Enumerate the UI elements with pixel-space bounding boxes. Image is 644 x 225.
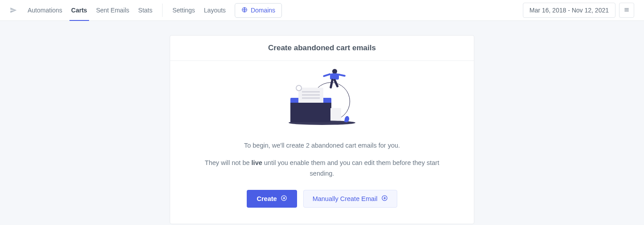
manually-create-label: Manually Create Email <box>313 195 378 202</box>
menu-button[interactable] <box>619 3 634 18</box>
nav-sent-emails[interactable]: Sent Emails <box>92 0 134 20</box>
content-area: Create abandoned cart emails <box>0 21 644 225</box>
description-line-1: To begin, we'll create 2 abandoned cart … <box>192 140 452 151</box>
topbar-left: Automations Carts Sent Emails Stats Sett… <box>10 0 282 20</box>
empty-state-illustration <box>284 70 360 128</box>
nav-layouts[interactable]: Layouts <box>200 0 230 20</box>
card-title: Create abandoned cart emails <box>179 44 465 52</box>
nav-stats[interactable]: Stats <box>134 0 157 20</box>
nav-primary: Automations Carts Sent Emails Stats Sett… <box>10 0 282 20</box>
topbar: Automations Carts Sent Emails Stats Sett… <box>0 0 644 21</box>
nav-automations[interactable]: Automations <box>23 0 67 20</box>
date-range-picker[interactable]: Mar 16, 2018 - Nov 12, 2021 <box>523 3 615 18</box>
domains-label: Domains <box>251 7 275 14</box>
nav-settings[interactable]: Settings <box>168 0 200 20</box>
arrow-right-circle-icon <box>381 195 388 203</box>
arrow-right-circle-icon <box>281 195 287 203</box>
manually-create-button[interactable]: Manually Create Email <box>303 190 397 208</box>
description-line-2: They will not be live until you enable t… <box>192 157 452 179</box>
desc2-pre: They will not be <box>205 159 252 166</box>
globe-icon <box>241 7 248 14</box>
create-button-label: Create <box>257 195 277 202</box>
create-button[interactable]: Create <box>247 190 297 208</box>
create-emails-card: Create abandoned cart emails <box>170 35 474 224</box>
paper-plane-icon <box>10 7 17 14</box>
nav-divider <box>162 4 163 17</box>
card-body: To begin, we'll create 2 abandoned cart … <box>170 61 474 224</box>
domains-button[interactable]: Domains <box>235 3 282 18</box>
topbar-right: Mar 16, 2018 - Nov 12, 2021 <box>523 3 634 18</box>
card-header: Create abandoned cart emails <box>170 36 474 61</box>
desc2-post: until you enable them and you can edit t… <box>262 159 439 177</box>
desc2-bold: live <box>252 159 262 166</box>
hamburger-icon <box>624 7 630 14</box>
nav-carts[interactable]: Carts <box>67 0 92 20</box>
card-actions: Create Manually Create Email <box>192 190 452 208</box>
